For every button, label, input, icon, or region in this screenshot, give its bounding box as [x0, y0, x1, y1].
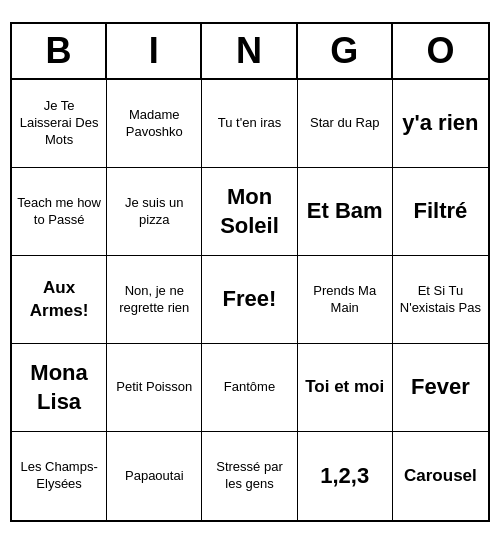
- header-letter: O: [393, 24, 488, 78]
- bingo-cell: Papaoutai: [107, 432, 202, 520]
- bingo-cell: 1,2,3: [298, 432, 393, 520]
- bingo-grid: Je Te Laisserai Des MotsMadame PavoshkoT…: [12, 80, 488, 520]
- bingo-cell: Madame Pavoshko: [107, 80, 202, 168]
- bingo-cell: Je Te Laisserai Des Mots: [12, 80, 107, 168]
- bingo-cell: Toi et moi: [298, 344, 393, 432]
- bingo-card: BINGO Je Te Laisserai Des MotsMadame Pav…: [10, 22, 490, 522]
- bingo-cell: Mona Lisa: [12, 344, 107, 432]
- bingo-cell: Stressé par les gens: [202, 432, 297, 520]
- bingo-cell: Star du Rap: [298, 80, 393, 168]
- header-letter: B: [12, 24, 107, 78]
- bingo-cell: y'a rien: [393, 80, 488, 168]
- bingo-header: BINGO: [12, 24, 488, 80]
- bingo-cell: Tu t'en iras: [202, 80, 297, 168]
- bingo-cell: Aux Armes!: [12, 256, 107, 344]
- bingo-cell: Teach me how to Passé: [12, 168, 107, 256]
- bingo-cell: Mon Soleil: [202, 168, 297, 256]
- header-letter: I: [107, 24, 202, 78]
- bingo-cell: Free!: [202, 256, 297, 344]
- bingo-cell: Fever: [393, 344, 488, 432]
- bingo-cell: Et Si Tu N'existais Pas: [393, 256, 488, 344]
- bingo-cell: Filtré: [393, 168, 488, 256]
- bingo-cell: Prends Ma Main: [298, 256, 393, 344]
- bingo-cell: Et Bam: [298, 168, 393, 256]
- bingo-cell: Carousel: [393, 432, 488, 520]
- bingo-cell: Fantôme: [202, 344, 297, 432]
- header-letter: N: [202, 24, 297, 78]
- bingo-cell: Petit Poisson: [107, 344, 202, 432]
- header-letter: G: [298, 24, 393, 78]
- bingo-cell: Non, je ne regrette rien: [107, 256, 202, 344]
- bingo-cell: Je suis un pizza: [107, 168, 202, 256]
- bingo-cell: Les Champs-Elysées: [12, 432, 107, 520]
